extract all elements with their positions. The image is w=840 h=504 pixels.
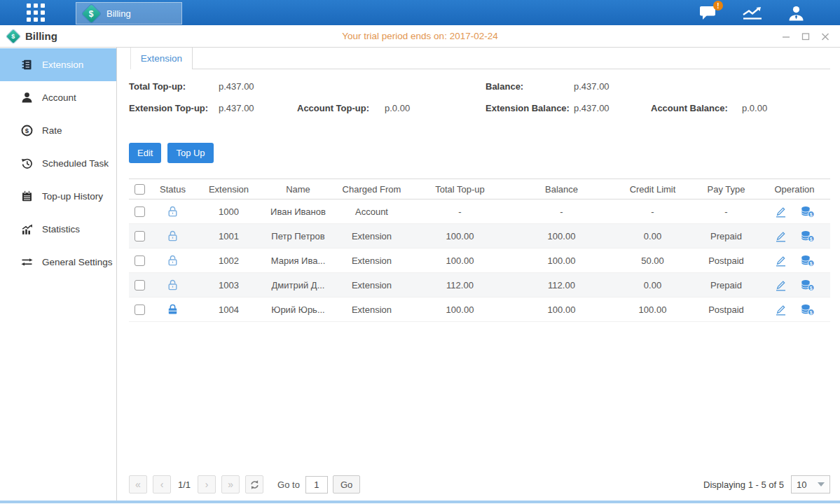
- locked-icon: [166, 303, 179, 316]
- prev-page-button[interactable]: ‹: [153, 475, 171, 493]
- tab-extension[interactable]: Extension: [130, 48, 193, 69]
- refresh-icon: [249, 479, 260, 490]
- cell-status-unlocked: [150, 230, 195, 242]
- user-icon[interactable]: [787, 5, 805, 21]
- table-row: 1004 Юрий Юрь... Extension 100.00 100.00…: [129, 298, 830, 322]
- displaying-text: Displaying 1 - 5 of 5: [703, 479, 784, 490]
- first-page-button[interactable]: «: [129, 475, 147, 493]
- cell-charged-from: Extension: [334, 255, 409, 266]
- row-checkbox[interactable]: [135, 231, 145, 241]
- goto-page-input[interactable]: [305, 476, 328, 493]
- cell-pay-type: Prepaid: [693, 280, 759, 290]
- top-up-coins-icon[interactable]: $: [800, 304, 815, 316]
- table-row: 1002 Мария Ива... Extension 100.00 100.0…: [129, 248, 830, 273]
- app-tab-billing[interactable]: $ Billing: [76, 2, 182, 24]
- edit-icon[interactable]: [774, 255, 787, 267]
- maximize-icon[interactable]: [799, 30, 812, 43]
- sidebar-item-rate[interactable]: $ Rate: [0, 114, 116, 147]
- svg-text:$: $: [25, 127, 29, 134]
- billing-diamond-icon-small: $: [6, 29, 20, 43]
- edit-icon[interactable]: [774, 206, 787, 218]
- cell-credit-limit: 0.00: [612, 231, 693, 241]
- svg-text:$: $: [810, 285, 813, 290]
- cell-extension: 1002: [195, 255, 262, 266]
- messages-icon[interactable]: !: [699, 5, 717, 20]
- cell-status-unlocked: [150, 279, 195, 291]
- row-checkbox[interactable]: [135, 280, 145, 290]
- main-content: Extension Total Top-up: p.437.00 Extensi…: [117, 48, 840, 500]
- extension-topup-value: p.437.00: [219, 103, 297, 113]
- top-up-button[interactable]: Top Up: [167, 143, 213, 163]
- cell-balance: 112.00: [511, 280, 612, 290]
- sidebar-item-general-settings[interactable]: General Settings: [0, 246, 116, 279]
- unlocked-icon: [166, 230, 179, 242]
- balance-label: Balance:: [486, 81, 574, 92]
- col-balance: Balance: [511, 184, 612, 195]
- cell-name: Петр Петров: [262, 231, 334, 241]
- page-indicator: 1/1: [178, 479, 191, 490]
- svg-text:$: $: [810, 260, 813, 266]
- cell-name: Мария Ива...: [262, 255, 334, 266]
- unlocked-icon: [166, 205, 179, 218]
- cell-credit-limit: 100.00: [612, 304, 693, 315]
- top-up-coins-icon[interactable]: $: [800, 206, 815, 218]
- cell-charged-from: Extension: [334, 304, 409, 315]
- unlocked-icon: [166, 279, 179, 291]
- col-status: Status: [150, 184, 195, 195]
- last-page-button[interactable]: »: [221, 475, 240, 493]
- page-size-value: 10: [797, 479, 806, 490]
- svg-text:$: $: [810, 236, 813, 241]
- page-size-select[interactable]: 10: [791, 475, 830, 493]
- next-page-button[interactable]: ›: [198, 475, 216, 493]
- refresh-button[interactable]: [245, 475, 263, 493]
- minimize-icon[interactable]: [780, 30, 792, 43]
- table-header: Status Extension Name Charged From Total…: [129, 178, 830, 200]
- row-checkbox[interactable]: [135, 304, 145, 315]
- go-button[interactable]: Go: [333, 475, 360, 493]
- cell-pay-type: Prepaid: [693, 231, 759, 241]
- sidebar-item-scheduled-task[interactable]: Scheduled Task: [0, 147, 116, 180]
- topbar-actions: !: [699, 5, 805, 21]
- statistics-chart-icon[interactable]: [741, 5, 764, 21]
- top-up-coins-icon[interactable]: $: [800, 255, 815, 267]
- chevron-down-icon: [818, 482, 825, 486]
- col-name: Name: [262, 184, 334, 195]
- table-row: 1003 Дмитрий Д... Extension 112.00 112.0…: [129, 273, 830, 298]
- edit-icon[interactable]: [774, 230, 787, 242]
- edit-button[interactable]: Edit: [129, 143, 161, 163]
- row-checkbox[interactable]: [135, 206, 145, 217]
- sidebar-item-account[interactable]: Account: [0, 81, 116, 114]
- table-row: 1000 Иван Иванов Account - - - - $: [129, 200, 830, 224]
- cell-total-topup: -: [409, 206, 511, 217]
- extension-table: Status Extension Name Charged From Total…: [129, 178, 830, 322]
- sidebar-item-statistics[interactable]: Statistics: [0, 213, 116, 246]
- top-up-coins-icon[interactable]: $: [800, 279, 815, 291]
- edit-icon[interactable]: [774, 304, 787, 316]
- cell-extension: 1000: [195, 206, 262, 217]
- select-all-checkbox[interactable]: [135, 184, 145, 195]
- balance-summary: Total Top-up: p.437.00 Extension Top-up:…: [129, 79, 830, 122]
- account-balance-label: Account Balance:: [651, 103, 742, 113]
- row-checkbox[interactable]: [135, 255, 145, 266]
- apps-grid-icon[interactable]: [27, 4, 45, 22]
- edit-icon[interactable]: [774, 279, 787, 291]
- window-bottom-edge: [0, 500, 840, 503]
- cell-credit-limit: -: [612, 206, 693, 217]
- col-total-topup: Total Top-up: [409, 184, 511, 195]
- sidebar-item-extension[interactable]: Extension: [0, 48, 116, 81]
- cell-credit-limit: 50.00: [612, 255, 693, 266]
- cell-total-topup: 112.00: [409, 280, 511, 290]
- cell-status-unlocked: [150, 205, 195, 218]
- account-topup-value: p.0.00: [385, 103, 410, 113]
- close-icon[interactable]: [819, 30, 832, 43]
- cell-balance: 100.00: [511, 304, 612, 315]
- cell-pay-type: -: [693, 206, 759, 217]
- col-credit-limit: Credit Limit: [612, 184, 693, 195]
- sliders-icon: [21, 256, 33, 268]
- top-up-coins-icon[interactable]: $: [800, 230, 815, 242]
- cell-extension: 1003: [195, 280, 262, 290]
- calendar-icon: [21, 190, 33, 202]
- extension-balance-value: p.437.00: [574, 103, 651, 113]
- sidebar-item-topup-history[interactable]: Top-up History: [0, 180, 116, 213]
- extension-balance-label: Extension Balance:: [486, 103, 574, 113]
